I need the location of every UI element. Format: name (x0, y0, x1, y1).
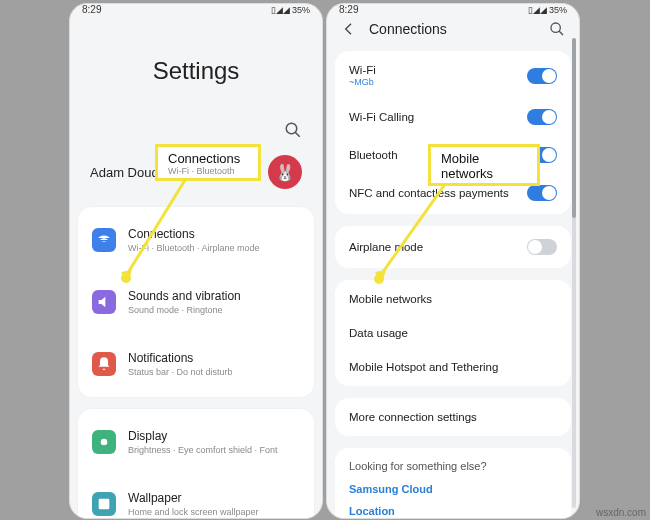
wifi-calling-toggle[interactable] (527, 109, 557, 125)
back-icon[interactable] (341, 21, 357, 37)
bell-icon (92, 352, 116, 376)
scrollbar-thumb[interactable] (572, 38, 576, 218)
status-right: ▯◢◢ 35% (528, 5, 567, 15)
signal-icon: ▯◢◢ (271, 5, 290, 15)
svg-line-5 (559, 31, 563, 35)
item-sub: Sound mode · Ringtone (128, 305, 241, 315)
search-icon[interactable] (549, 21, 565, 37)
row-wifi[interactable]: Wi-Fi ~MGb (335, 53, 571, 98)
sound-icon (92, 290, 116, 314)
row-title: Mobile Hotspot and Tethering (349, 361, 498, 373)
group-looking: Looking for something else? Samsung Clou… (335, 448, 571, 519)
svg-line-6 (126, 172, 190, 276)
display-icon (92, 430, 116, 454)
item-title: Wallpaper (128, 491, 259, 505)
status-bar: 8:29 ▯◢◢ 35% (327, 4, 579, 15)
display-card: Display Brightness · Eye comfort shield … (78, 409, 314, 519)
svg-rect-3 (99, 499, 110, 510)
callout-sub: Wi-Fi · Bluetooth (168, 166, 248, 176)
settings-item-wallpaper[interactable]: Wallpaper Home and lock screen wallpaper (78, 481, 314, 519)
watermark: wsxdn.com (596, 507, 646, 518)
row-wifi-calling[interactable]: Wi-Fi Calling (335, 98, 571, 136)
item-sub: Brightness · Eye comfort shield · Font (128, 445, 278, 455)
settings-item-display[interactable]: Display Brightness · Eye comfort shield … (78, 419, 314, 465)
svg-line-1 (295, 132, 300, 137)
callout-title: Mobile networks (441, 151, 527, 181)
row-title: Data usage (349, 327, 408, 339)
page-title: Settings (70, 15, 322, 121)
search-row (70, 121, 322, 145)
wifi-toggle[interactable] (527, 68, 557, 84)
row-more-settings[interactable]: More connection settings (335, 400, 571, 434)
svg-point-4 (551, 23, 560, 32)
row-title: Bluetooth (349, 149, 398, 161)
row-title: Mobile networks (349, 293, 432, 305)
wallpaper-icon (92, 492, 116, 516)
signal-icon: ▯◢◢ (528, 5, 547, 15)
scrollbar-track (572, 38, 576, 508)
header-title: Connections (369, 21, 537, 37)
battery-text: 35% (292, 5, 310, 15)
callout-mobile-networks: Mobile networks (428, 144, 540, 186)
row-title: Wi-Fi Calling (349, 111, 414, 123)
row-data-usage[interactable]: Data usage (335, 316, 571, 350)
link-samsung-cloud[interactable]: Samsung Cloud (335, 478, 571, 500)
header: Connections (327, 15, 579, 45)
airplane-toggle[interactable] (527, 239, 557, 255)
wifi-icon (92, 228, 116, 252)
group-more: More connection settings (335, 398, 571, 436)
nfc-toggle[interactable] (527, 185, 557, 201)
row-title: More connection settings (349, 411, 477, 423)
status-time: 8:29 (82, 4, 101, 15)
item-sub: Status bar · Do not disturb (128, 367, 233, 377)
status-right: ▯◢◢ 35% (271, 5, 310, 15)
svg-point-2 (101, 439, 108, 446)
search-icon[interactable] (284, 121, 302, 139)
item-title: Display (128, 429, 278, 443)
link-location[interactable]: Location (335, 500, 571, 519)
svg-point-0 (286, 123, 297, 134)
item-title: Notifications (128, 351, 233, 365)
looking-title: Looking for something else? (335, 456, 571, 478)
callout-title: Connections (168, 151, 248, 166)
row-hotspot[interactable]: Mobile Hotspot and Tethering (335, 350, 571, 384)
row-title: Wi-Fi (349, 64, 376, 76)
callout-connections: Connections Wi-Fi · Bluetooth (155, 144, 261, 181)
row-mobile-networks[interactable]: Mobile networks (335, 282, 571, 316)
battery-text: 35% (549, 5, 567, 15)
arrow-dot-connections (121, 273, 131, 283)
status-bar: 8:29 ▯◢◢ 35% (70, 4, 322, 15)
group-network: Mobile networks Data usage Mobile Hotspo… (335, 280, 571, 386)
item-sub: Home and lock screen wallpaper (128, 507, 259, 517)
avatar[interactable]: 🐰 (268, 155, 302, 189)
settings-item-notifications[interactable]: Notifications Status bar · Do not distur… (78, 341, 314, 387)
row-sub: ~MGb (349, 77, 376, 87)
status-time: 8:29 (339, 4, 358, 15)
arrow-dot-mobile-networks (374, 274, 384, 284)
